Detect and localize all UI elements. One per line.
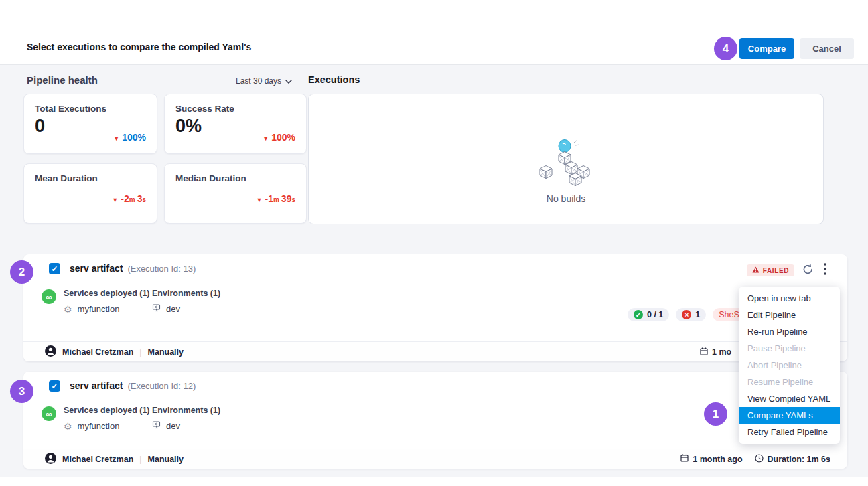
environments-label: Environments (1)	[152, 406, 220, 415]
calendar-icon	[700, 347, 708, 357]
execution-id: (Execution Id: 12)	[127, 381, 196, 391]
execution-title: serv artifact (Execution Id: 12)	[70, 380, 196, 391]
time-ago: 1 mo	[712, 347, 731, 357]
stat-label: Total Executions	[35, 104, 106, 114]
pipeline-name: serv artifact	[70, 263, 123, 274]
stat-delta: ▼ -2m3s	[112, 193, 146, 204]
compare-button[interactable]: Compare	[739, 38, 794, 59]
page-title: Select executions to compare the compile…	[27, 42, 251, 52]
time-ago-item: 1 month ago	[680, 454, 742, 464]
environment-icon	[152, 421, 161, 431]
success-count-pill: ✓ 0 / 1	[628, 308, 669, 321]
trigger-type: Manually	[148, 347, 184, 357]
failed-circle-icon: ×	[682, 310, 691, 319]
footer-author: Michael Cretzman | Manually	[45, 453, 184, 466]
pipeline-health-title: Pipeline health	[27, 74, 98, 86]
menu-item-retry-failed-pipeline[interactable]: Retry Failed Pipeline	[739, 424, 840, 440]
stat-delta: ▼ 100%	[263, 132, 295, 143]
trend-down-icon: ▼	[113, 135, 119, 142]
stat-label: Success Rate	[175, 104, 234, 114]
empty-state-text: No builds	[547, 193, 585, 204]
gear-icon: ⚙	[64, 305, 72, 314]
stat-delta: ▼ -1m39s	[257, 193, 295, 204]
environment-item: dev	[152, 421, 180, 431]
stat-label: Median Duration	[175, 173, 246, 183]
stat-delta: ▼ 100%	[113, 132, 146, 143]
cd-module-icon: ∞	[42, 289, 56, 304]
empty-state: No builds	[309, 139, 823, 204]
service-item: ⚙ myfunction	[64, 304, 119, 314]
clock-icon	[755, 454, 764, 465]
kebab-menu-icon[interactable]	[821, 263, 829, 278]
avatar-icon	[45, 345, 56, 359]
median-duration-card: Median Duration ▼ -1m39s	[164, 163, 307, 224]
time-range-label: Last 30 days	[236, 76, 281, 86]
total-executions-card: Total Executions 0 ▼ 100%	[23, 94, 157, 154]
author-name: Michael Cretzman	[62, 347, 133, 357]
pipeline-name: serv artifact	[70, 380, 123, 391]
menu-item-edit-pipeline[interactable]: Edit Pipeline	[739, 307, 840, 323]
service-item: ⚙ myfunction	[64, 421, 119, 431]
success-rate-card: Success Rate 0% ▼ 100%	[164, 94, 307, 154]
success-circle-icon: ✓	[634, 310, 643, 319]
status-badge-failed: FAILED	[747, 264, 794, 276]
executions-panel: No builds	[308, 94, 824, 224]
environment-icon	[152, 304, 161, 314]
footer-author: Michael Cretzman | Manually	[45, 345, 184, 359]
stat-label: Mean Duration	[35, 173, 98, 183]
annotation-step-2: 2	[10, 260, 33, 284]
menu-item-compare-yamls[interactable]: Compare YAMLs	[739, 407, 840, 424]
execution-context-menu: Open in new tab Edit Pipeline Re-run Pip…	[739, 287, 840, 444]
duration-item: Duration: 1m 6s	[755, 454, 830, 465]
services-deployed-label: Services deployed (1)	[64, 289, 150, 298]
menu-item-abort-pipeline: Abort Pipeline	[739, 357, 840, 374]
trigger-type: Manually	[148, 455, 184, 464]
avatar-icon	[45, 453, 56, 466]
menu-item-rerun-pipeline[interactable]: Re-run Pipeline	[739, 323, 840, 340]
trend-down-icon: ▼	[257, 197, 263, 204]
executions-title: Executions	[308, 74, 360, 85]
gear-icon: ⚙	[64, 422, 72, 431]
cancel-button[interactable]: Cancel	[800, 38, 854, 59]
trend-down-icon: ▼	[263, 135, 269, 142]
time-range-select[interactable]: Last 30 days	[236, 76, 292, 86]
no-builds-illustration	[536, 139, 596, 187]
stat-value: 0	[35, 116, 45, 137]
chevron-down-icon	[285, 76, 292, 86]
check-icon: ✓	[51, 264, 58, 274]
failed-count-pill: × 1	[676, 308, 706, 321]
calendar-icon	[680, 454, 689, 464]
execution-checkbox[interactable]: ✓	[49, 380, 60, 392]
duration: Duration: 1m 6s	[768, 455, 830, 464]
execution-checkbox[interactable]: ✓	[49, 263, 60, 274]
services-deployed-label: Services deployed (1)	[64, 406, 150, 415]
execution-row-13[interactable]: ✓ serv artifact (Execution Id: 13) ∞ Ser…	[23, 254, 847, 361]
author-name: Michael Cretzman	[62, 455, 133, 464]
warning-triangle-icon	[752, 266, 760, 274]
menu-item-resume-pipeline: Resume Pipeline	[739, 374, 840, 390]
execution-title: serv artifact (Execution Id: 13)	[70, 263, 196, 274]
compare-executions-page: Select executions to compare the compile…	[0, 0, 868, 486]
menu-item-pause-pipeline: Pause Pipeline	[739, 340, 840, 357]
execution-footer: Michael Cretzman | Manually 1 mo	[23, 341, 847, 361]
mean-duration-card: Mean Duration ▼ -2m3s	[23, 163, 157, 224]
menu-item-open-in-new-tab[interactable]: Open in new tab	[739, 290, 840, 307]
environments-label: Environments (1)	[152, 289, 220, 298]
cd-module-icon: ∞	[42, 406, 56, 421]
annotation-step-1: 1	[704, 402, 727, 426]
footer-separator: |	[139, 347, 141, 357]
time-ago: 1 month ago	[693, 455, 742, 464]
annotation-step-3: 3	[10, 380, 33, 403]
retry-icon[interactable]	[802, 263, 814, 278]
stat-value: 0%	[175, 116, 202, 137]
trend-down-icon: ▼	[112, 197, 118, 204]
annotation-step-4: 4	[714, 37, 737, 60]
footer-time: 1 mo	[700, 342, 731, 362]
execution-id: (Execution Id: 13)	[127, 264, 196, 274]
environment-item: dev	[152, 304, 180, 314]
menu-item-view-compiled-yaml[interactable]: View Compiled YAML	[739, 390, 840, 407]
footer-time: 1 month ago Duration: 1m 6s	[680, 454, 830, 465]
check-icon: ✓	[51, 382, 58, 391]
footer-separator: |	[139, 455, 141, 464]
execution-footer: Michael Cretzman | Manually 1 month ago …	[23, 449, 847, 469]
